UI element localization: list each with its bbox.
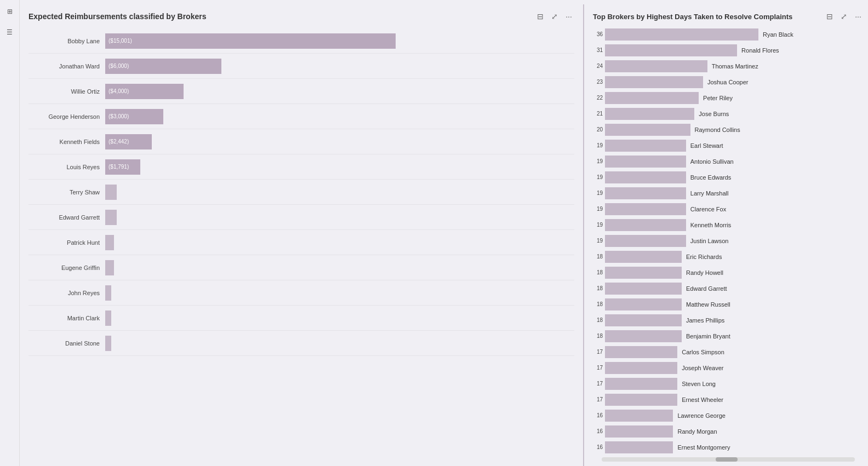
- right-bar-name: Earl Stewart: [686, 142, 723, 149]
- filter-icon[interactable]: ⊟: [535, 11, 546, 22]
- right-bar-name: Eric Richards: [682, 254, 722, 260]
- right-bar-name: Randy Morgan: [673, 428, 717, 435]
- left-bar-container: [105, 336, 574, 351]
- right-bar-value: 19: [593, 190, 605, 196]
- left-bar-fill: [105, 185, 117, 200]
- right-bar-value: 18: [593, 333, 605, 339]
- left-bar-row: Terry Shaw: [28, 180, 574, 205]
- right-bar-fill: [605, 441, 673, 453]
- right-filter-icon[interactable]: ⊟: [824, 11, 835, 22]
- right-bar-value: 17: [593, 381, 605, 387]
- left-bar-fill: [105, 235, 114, 250]
- right-bar-name: Kenneth Morris: [686, 222, 732, 228]
- right-bar-row: 22Peter Riley: [593, 90, 864, 106]
- right-bar-fill: [605, 171, 686, 183]
- left-bar-container: ($6,000): [105, 59, 574, 74]
- right-bar-row: 17Ernest Wheeler: [593, 392, 864, 407]
- left-bar-value: ($4,000): [108, 88, 129, 94]
- right-bar-value: 19: [593, 222, 605, 228]
- sidebar: ⊞ ☰: [0, 0, 20, 466]
- left-bar-label: Martin Clark: [28, 315, 105, 321]
- right-bar-row: 19Earl Stewart: [593, 137, 864, 153]
- right-bar-value: 31: [593, 47, 605, 53]
- right-bar-name: Ernest Wheeler: [677, 396, 723, 403]
- right-bar-row: 19Clarence Fox: [593, 201, 864, 217]
- right-bar-name: Lawrence George: [673, 412, 725, 419]
- right-bar-fill: [605, 187, 686, 199]
- expand-icon[interactable]: ⤢: [549, 11, 560, 22]
- right-bar-name: Jose Burns: [694, 111, 729, 117]
- left-bar-container: [105, 260, 574, 275]
- grid-icon[interactable]: ⊞: [4, 5, 16, 18]
- left-bar-row: Bobby Lane($15,001): [28, 28, 574, 54]
- right-bar-row: 17Carlos Simpson: [593, 344, 864, 360]
- right-bar-row: 18Matthew Russell: [593, 296, 864, 312]
- right-bar-fill: [605, 267, 682, 279]
- left-bar-container: [105, 210, 574, 225]
- right-bar-fill: [605, 108, 694, 120]
- right-bar-fill: [605, 44, 737, 56]
- right-bar-fill: [605, 28, 758, 41]
- right-bar-value: 18: [593, 254, 605, 260]
- right-chart-panel: Top Brokers by Highest Days Taken to Res…: [583, 4, 868, 466]
- right-bar-row: 21Jose Burns: [593, 106, 864, 122]
- left-bar-fill: [105, 336, 111, 351]
- right-bar-value: 21: [593, 111, 605, 117]
- left-bar-container: ($3,000): [105, 109, 574, 124]
- left-bar-label: Daniel Stone: [28, 340, 105, 347]
- right-bar-name: Ernest Montgomery: [673, 444, 730, 451]
- right-bar-fill: [605, 410, 673, 422]
- left-bar-row: Willie Ortiz($4,000): [28, 79, 574, 104]
- right-bar-row: 18Randy Howell: [593, 264, 864, 280]
- right-bar-row: 16Randy Morgan: [593, 423, 864, 439]
- right-bar-fill: [605, 346, 677, 358]
- right-bar-fill: [605, 219, 686, 231]
- right-bar-row: 18Eric Richards: [593, 249, 864, 264]
- left-bar-container: ($2,442): [105, 134, 574, 149]
- right-bar-row: 17Steven Long: [593, 376, 864, 392]
- right-bar-row: 17Joseph Weaver: [593, 360, 864, 376]
- right-bar-value: 17: [593, 365, 605, 371]
- left-bar-label: Willie Ortiz: [28, 88, 105, 95]
- left-bar-fill: ($4,000): [105, 84, 184, 99]
- right-bar-value: 19: [593, 174, 605, 180]
- left-bar-label: Kenneth Fields: [28, 139, 105, 145]
- left-bar-value: ($3,000): [108, 113, 129, 119]
- right-bar-fill: [605, 314, 682, 326]
- left-bar-fill: [105, 210, 117, 225]
- right-bar-name: Steven Long: [677, 381, 716, 387]
- right-scrollbar[interactable]: [602, 457, 855, 462]
- left-bar-container: ($1,791): [105, 159, 574, 175]
- left-chart-header: Expected Reimbursements classified by Br…: [28, 11, 574, 22]
- left-bar-chart: Bobby Lane($15,001)Jonathan Ward($6,000)…: [28, 28, 574, 464]
- right-bar-name: Randy Howell: [682, 269, 723, 276]
- left-bar-container: ($15,001): [105, 33, 574, 49]
- right-bar-row: 19Kenneth Morris: [593, 217, 864, 233]
- left-bar-label: George Henderson: [28, 113, 105, 120]
- right-bar-name: Justin Lawson: [686, 238, 729, 244]
- right-bar-fill: [605, 251, 682, 263]
- right-bar-name: Raymond Collins: [690, 126, 740, 133]
- left-bar-row: George Henderson($3,000): [28, 104, 574, 129]
- right-bar-value: 16: [593, 428, 605, 434]
- right-bar-name: Benjamin Bryant: [682, 333, 730, 340]
- right-bar-row: 16Lawrence George: [593, 407, 864, 423]
- right-bar-value: 16: [593, 412, 605, 418]
- right-bar-row: 20Raymond Collins: [593, 122, 864, 137]
- left-bar-fill: ($15,001): [105, 33, 396, 49]
- left-bar-label: Edward Garrett: [28, 214, 105, 221]
- scrollbar-thumb[interactable]: [716, 457, 738, 462]
- more-icon[interactable]: ···: [563, 11, 574, 22]
- right-bar-name: Antonio Sullivan: [686, 158, 734, 165]
- right-more-icon[interactable]: ···: [853, 11, 864, 22]
- right-bar-name: Joshua Cooper: [703, 79, 749, 85]
- right-expand-icon[interactable]: ⤢: [838, 11, 849, 22]
- charts-row: Expected Reimbursements classified by Br…: [20, 4, 868, 466]
- right-bar-fill: [605, 394, 677, 406]
- right-bar-fill: [605, 362, 677, 374]
- right-bar-value: 18: [593, 285, 605, 291]
- right-chart-controls: ⊟ ⤢ ···: [824, 11, 864, 22]
- right-bar-name: Matthew Russell: [682, 301, 730, 308]
- left-bar-row: Jonathan Ward($6,000): [28, 54, 574, 79]
- layout-icon[interactable]: ☰: [4, 26, 16, 38]
